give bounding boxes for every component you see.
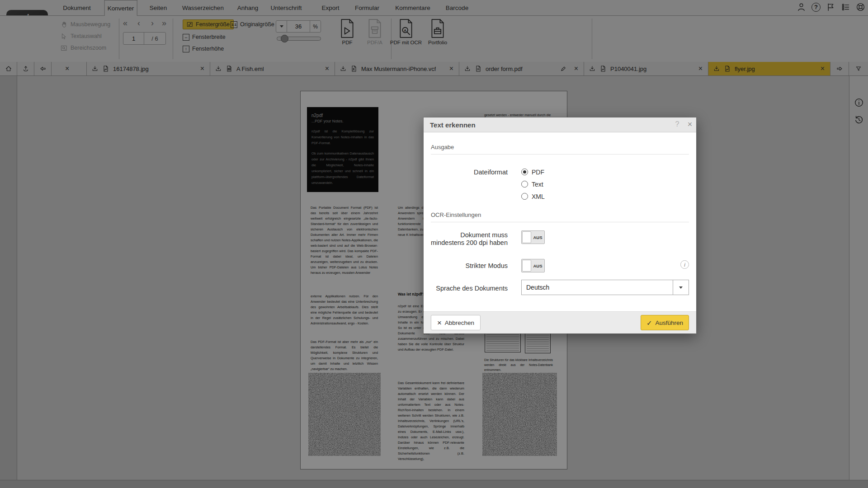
radio-icon[interactable] [521, 181, 528, 188]
dialog-help-icon[interactable]: ? [673, 120, 682, 129]
radio-label: Text [532, 181, 543, 188]
radio-label: XML [532, 193, 545, 200]
toggle-knob[interactable] [522, 260, 531, 272]
radio-option-text[interactable]: Text [521, 180, 543, 188]
chevron-down-icon [679, 286, 683, 289]
toggle-state-label: AUS [531, 235, 544, 240]
strict-mode-info-icon[interactable]: i [680, 260, 689, 269]
dpi-label-line1: Dokument muss [460, 231, 508, 239]
app-window: web pdf webPDF 8.0.0.1945 Dokument Konve… [0, 0, 868, 488]
dialog-close-icon[interactable]: × [685, 120, 694, 129]
dpi-toggle[interactable]: AUS [521, 230, 545, 244]
dialog-title-bar[interactable]: Text erkennen [424, 117, 696, 132]
cancel-button[interactable]: × Abbrechen [431, 315, 481, 330]
dpi-label-line2: mindestens 200 dpi haben [431, 239, 508, 246]
format-label: Dateiformat [424, 169, 508, 176]
close-x-icon: × [437, 319, 442, 327]
radio-icon[interactable] [521, 193, 528, 200]
section-divider [431, 154, 689, 155]
language-label: Sprache des Dokuments [424, 285, 508, 292]
run-button[interactable]: ✓ Ausführen [641, 315, 689, 330]
toggle-knob[interactable] [522, 231, 531, 243]
radio-label: PDF [532, 169, 544, 176]
dpi-label: Dokument muss mindestens 200 dpi haben [424, 231, 508, 247]
radio-option-pdf[interactable]: PDF [521, 168, 544, 176]
run-button-label: Ausführen [656, 319, 684, 326]
strict-mode-label: Strikter Modus [424, 262, 508, 270]
language-selected-value: Deutsch [526, 284, 549, 291]
language-select[interactable]: Deutsch [521, 280, 689, 295]
toggle-state-label: AUS [531, 263, 544, 268]
text-recognition-dialog: Text erkennen ? × Ausgabe Dateiformat PD… [424, 117, 696, 333]
section-label-ocr: OCR-Einstellungen [431, 211, 481, 218]
section-divider [431, 222, 689, 222]
select-dropdown-button[interactable] [673, 280, 689, 295]
radio-option-xml[interactable]: XML [521, 192, 545, 200]
dialog-title: Text erkennen [430, 121, 476, 129]
strict-mode-toggle[interactable]: AUS [521, 259, 545, 272]
cancel-button-label: Abbrechen [445, 319, 474, 326]
radio-icon[interactable] [521, 169, 528, 175]
section-label-output: Ausgabe [431, 144, 454, 150]
checkmark-icon: ✓ [646, 319, 652, 326]
